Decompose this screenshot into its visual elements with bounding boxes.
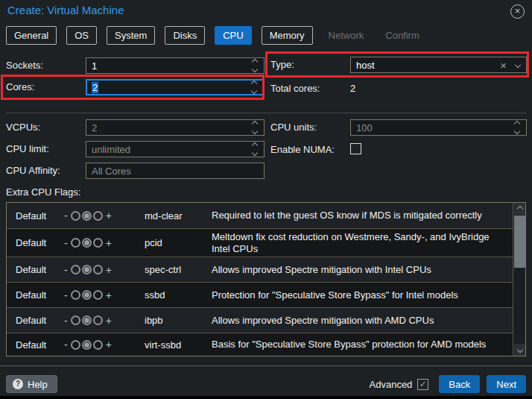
spinner-arrows-icon — [249, 143, 261, 155]
flag-description: Allows improved Spectre mitigation with … — [209, 315, 525, 327]
minus-icon[interactable]: - — [63, 237, 69, 249]
cpu-limit-label: CPU limit: — [6, 141, 49, 157]
chevron-down-icon[interactable] — [515, 62, 521, 68]
tab-network: Network — [323, 27, 370, 44]
total-cores-label: Total cores: — [270, 81, 320, 97]
table-scrollbar[interactable] — [513, 203, 525, 356]
flag-tristate-slider[interactable]: - + — [63, 339, 134, 351]
plus-icon[interactable]: + — [104, 315, 113, 327]
slider-default-dot[interactable] — [82, 238, 92, 248]
slider-on-dot[interactable] — [93, 315, 103, 325]
section-divider — [6, 113, 526, 113]
cpu-affinity-input[interactable]: All Cores — [86, 163, 265, 179]
flag-default-label: Default — [7, 237, 63, 248]
flag-row-spec-ctrl[interactable]: Default - + spec-ctrl Allows improved Sp… — [7, 257, 525, 283]
slider-off-dot[interactable] — [71, 238, 80, 248]
plus-icon[interactable]: + — [104, 339, 113, 351]
flag-description: Basis for "Speculative Store Bypass" pro… — [209, 339, 525, 351]
cpu-limit-spinner: unlimited — [86, 141, 265, 157]
tab-memory[interactable]: Memory — [262, 26, 313, 45]
tab-general[interactable]: General — [6, 26, 57, 45]
help-button-label: Help — [28, 379, 48, 390]
slider-off-dot[interactable] — [71, 290, 80, 300]
sockets-label: Sockets: — [6, 57, 43, 74]
slider-off-dot[interactable] — [71, 211, 80, 221]
minus-icon[interactable]: - — [63, 264, 69, 276]
tab-os[interactable]: OS — [66, 26, 97, 45]
cpu-affinity-label: CPU Affinity: — [6, 163, 60, 179]
cpu-units-label: CPU units: — [270, 119, 317, 136]
plus-icon[interactable]: + — [104, 237, 113, 249]
flag-row-pcid[interactable]: Default - + pcid Meltdown fix cost reduc… — [7, 229, 525, 257]
enable-numa-checkbox[interactable] — [350, 143, 361, 154]
back-button[interactable]: Back — [439, 375, 480, 393]
flag-default-label: Default — [7, 264, 63, 275]
flag-row-md-clear[interactable]: Default - + md-clear Required to let the… — [7, 203, 525, 229]
flag-tristate-slider[interactable]: - + — [63, 237, 134, 249]
sockets-spinner[interactable]: 1 — [86, 57, 265, 74]
minus-icon[interactable]: - — [63, 210, 69, 222]
help-button[interactable]: ? Help — [6, 375, 57, 393]
flag-tristate-slider[interactable]: - + — [63, 315, 134, 327]
scrollbar-thumb[interactable] — [514, 216, 525, 268]
flag-default-label: Default — [7, 289, 63, 301]
type-combobox[interactable]: host × — [350, 57, 527, 73]
flag-name: spec-ctrl — [134, 264, 209, 275]
wizard-tabbar: General OS System Disks CPU Memory Netwo… — [6, 26, 435, 45]
flag-tristate-slider[interactable]: - + — [63, 210, 134, 222]
clear-icon[interactable]: × — [500, 60, 507, 71]
flag-row-virt-ssbd[interactable]: Default - + virt-ssbd Basis for "Specula… — [7, 333, 525, 356]
slider-default-dot[interactable] — [82, 265, 92, 274]
type-value: host — [356, 60, 375, 71]
minus-icon[interactable]: - — [63, 289, 69, 301]
minus-icon[interactable]: - — [63, 315, 69, 327]
spinner-arrows-icon — [511, 122, 523, 133]
slider-off-dot[interactable] — [71, 265, 80, 274]
cpu-flags-table: Default - + md-clear Required to let the… — [6, 202, 526, 356]
slider-off-dot[interactable] — [71, 315, 80, 325]
slider-on-dot[interactable] — [93, 290, 103, 300]
plus-icon[interactable]: + — [104, 264, 113, 276]
slider-default-dot[interactable] — [82, 211, 92, 221]
slider-on-dot[interactable] — [93, 340, 103, 350]
tab-confirm: Confirm — [379, 27, 425, 44]
cores-value: 2 — [92, 82, 98, 93]
type-label: Type: — [270, 57, 294, 73]
scroll-up-icon[interactable] — [514, 203, 525, 215]
scroll-down-icon[interactable] — [514, 344, 525, 356]
slider-default-dot[interactable] — [82, 340, 92, 350]
spinner-arrows-icon[interactable] — [248, 81, 260, 93]
slider-on-dot[interactable] — [93, 238, 103, 248]
advanced-label: Advanced — [370, 379, 413, 390]
vcpus-value: 2 — [92, 122, 97, 133]
cores-spinner[interactable]: 2 — [86, 79, 265, 95]
plus-icon[interactable]: + — [104, 289, 113, 301]
total-cores-value: 2 — [350, 81, 355, 97]
slider-off-dot[interactable] — [71, 340, 80, 350]
flag-tristate-slider[interactable]: - + — [63, 264, 134, 276]
flag-description: Allows improved Spectre mitigation with … — [209, 264, 525, 276]
spinner-arrows-icon[interactable] — [249, 60, 261, 72]
flag-description: Required to let the guest OS know if MDS… — [209, 210, 525, 222]
flag-row-ibpb[interactable]: Default - + ibpb Allows improved Spectre… — [7, 308, 525, 333]
flag-row-ssbd[interactable]: Default - + ssbd Protection for "Specula… — [7, 283, 525, 308]
minus-icon[interactable]: - — [63, 339, 69, 351]
sockets-value: 1 — [92, 60, 97, 72]
tab-system[interactable]: System — [107, 26, 155, 45]
vcpus-label: VCPUs: — [6, 119, 40, 136]
advanced-checkbox[interactable]: ✓ — [417, 379, 428, 390]
slider-on-dot[interactable] — [93, 211, 103, 221]
cpu-units-value: 100 — [356, 122, 373, 133]
flag-name: ibpb — [134, 315, 209, 326]
tab-cpu[interactable]: CPU — [215, 26, 251, 45]
footer-actions: Advanced ✓ Back Next — [370, 375, 526, 393]
slider-default-dot[interactable] — [82, 290, 92, 300]
flag-name: ssbd — [134, 289, 209, 301]
next-button[interactable]: Next — [487, 375, 526, 393]
close-icon[interactable]: × — [510, 4, 525, 19]
tab-disks[interactable]: Disks — [165, 26, 205, 45]
slider-on-dot[interactable] — [93, 265, 103, 274]
plus-icon[interactable]: + — [104, 210, 113, 222]
flag-tristate-slider[interactable]: - + — [63, 289, 134, 301]
slider-default-dot[interactable] — [82, 315, 92, 325]
